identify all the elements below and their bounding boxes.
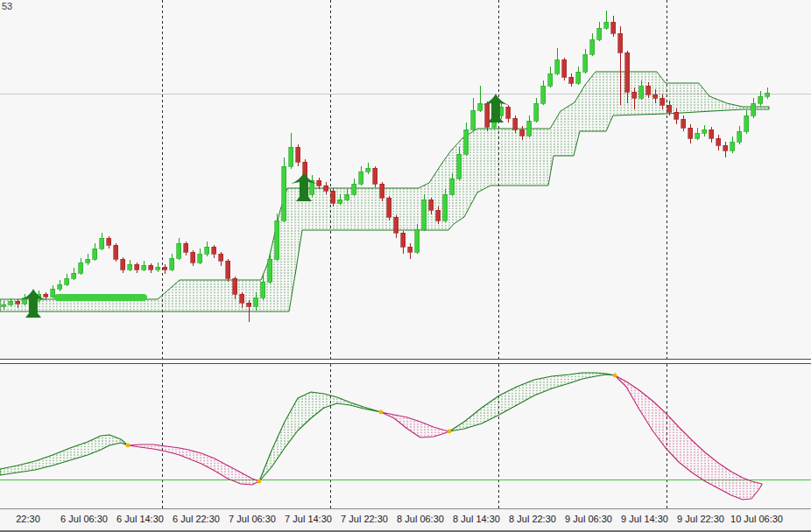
candle <box>429 200 434 210</box>
candle <box>646 86 651 94</box>
candle <box>408 247 413 252</box>
candle <box>569 77 574 83</box>
candle <box>604 22 609 28</box>
candle <box>520 130 525 136</box>
candle <box>401 233 406 247</box>
candle <box>380 184 384 198</box>
time-axis-label: 8 Jul 14:30 <box>453 514 500 524</box>
candle <box>65 278 69 284</box>
candle <box>205 247 209 254</box>
candle <box>345 194 349 200</box>
candle <box>618 33 623 52</box>
candle <box>219 254 223 261</box>
ribbon-segment-magenta <box>128 444 259 485</box>
candle <box>338 200 342 203</box>
time-axis-label: 10 Jul 06:30 <box>730 514 783 524</box>
candle <box>2 304 6 306</box>
candle <box>443 194 448 220</box>
candle <box>702 130 707 133</box>
ribbon-segment-green <box>449 373 615 431</box>
candle <box>142 265 146 270</box>
candle <box>625 52 630 92</box>
time-axis-label: 8 Jul 06:30 <box>397 514 444 524</box>
candle <box>681 119 686 128</box>
ribbon-segment-magenta <box>381 412 449 438</box>
candle <box>100 238 104 248</box>
candle <box>485 103 490 127</box>
candle <box>93 248 97 259</box>
candle <box>317 180 321 186</box>
time-axis-label: 22:30 <box>16 514 40 524</box>
candle <box>163 267 167 270</box>
price-scale-label: 53 <box>2 1 12 11</box>
time-axis-label: 6 Jul 22:30 <box>173 514 220 524</box>
price-chart-canvas[interactable] <box>0 0 811 359</box>
trading-chart-window: 53 22:306 Jul 06:306 Jul 14:306 Jul 22:3… <box>0 0 811 532</box>
candle <box>457 154 462 178</box>
candle <box>268 259 272 282</box>
candle <box>107 238 111 245</box>
candle <box>44 294 48 297</box>
candle <box>51 289 55 297</box>
candle <box>611 22 616 33</box>
candle <box>156 267 160 270</box>
crossover-dot <box>126 444 130 448</box>
candle <box>387 198 391 217</box>
candle <box>590 39 595 54</box>
time-axis-label: 8 Jul 22:30 <box>509 514 556 524</box>
candle <box>548 74 553 86</box>
candle <box>247 303 251 306</box>
candle <box>254 298 258 306</box>
candle <box>723 145 728 150</box>
candle <box>359 172 363 184</box>
candle <box>541 86 546 103</box>
candle <box>121 259 125 270</box>
candle <box>261 282 265 298</box>
candle <box>730 142 735 150</box>
candle <box>366 168 370 172</box>
candle <box>331 191 335 203</box>
candle <box>177 243 181 258</box>
candle <box>135 264 139 270</box>
candle <box>765 93 770 96</box>
candle <box>198 254 202 262</box>
candle <box>373 168 377 184</box>
candle <box>170 258 174 270</box>
candle <box>471 110 476 130</box>
time-axis-label: 9 Jul 06:30 <box>565 514 612 524</box>
candle <box>240 294 244 303</box>
time-axis-label: 9 Jul 22:30 <box>677 514 724 524</box>
candles-series <box>2 10 770 322</box>
candle <box>478 103 483 110</box>
candle <box>16 301 20 304</box>
crossover-dot <box>448 430 452 434</box>
candle <box>464 130 469 154</box>
candle <box>632 92 637 98</box>
candle <box>394 217 398 233</box>
candle <box>226 261 230 278</box>
crossover-dot <box>257 480 262 484</box>
candle <box>415 229 420 252</box>
candle <box>653 94 658 98</box>
candle <box>436 210 441 220</box>
time-axis-label: 7 Jul 06:30 <box>229 514 276 524</box>
time-axis-label: 9 Jul 14:30 <box>621 514 668 524</box>
candle <box>751 103 756 116</box>
candle <box>506 107 511 118</box>
ichimoku-cloud <box>0 72 769 312</box>
candle <box>212 247 216 254</box>
crossover-dot <box>379 410 384 415</box>
time-axis: 22:306 Jul 06:306 Jul 14:306 Jul 22:307 … <box>0 508 811 530</box>
candle <box>149 265 153 270</box>
candle <box>184 243 188 252</box>
crossover-dot <box>613 374 617 378</box>
candle <box>191 252 195 262</box>
candle <box>128 264 132 270</box>
candle <box>513 118 518 130</box>
indicator-panel <box>0 364 811 508</box>
ribbon-segment-green <box>0 435 128 475</box>
indicator-chart-canvas[interactable] <box>0 364 811 508</box>
ribbon-segment-green <box>259 392 381 481</box>
oscillator-ribbon <box>0 373 762 500</box>
time-axis-label: 7 Jul 22:30 <box>341 514 388 524</box>
